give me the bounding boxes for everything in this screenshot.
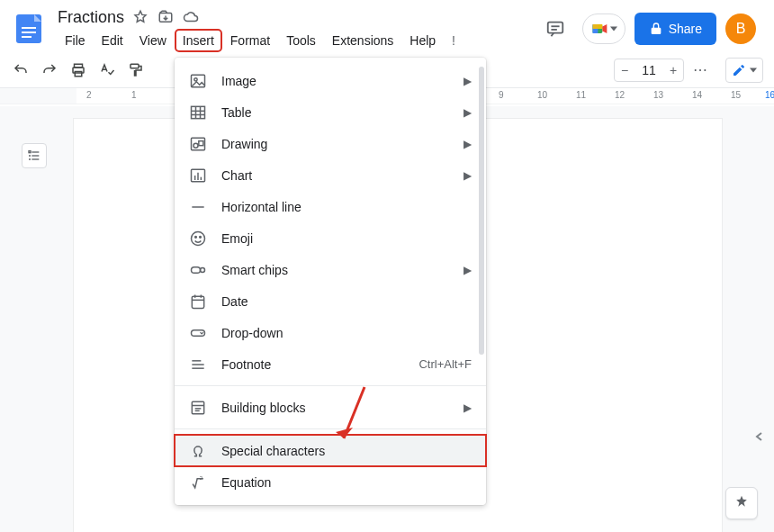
footnote-icon: [189, 356, 207, 374]
svg-rect-10: [592, 24, 602, 29]
title-row: Fractions: [58, 6, 537, 28]
header-right: Share B: [537, 11, 763, 47]
menu-file[interactable]: File: [58, 30, 93, 51]
print-icon[interactable]: [68, 60, 88, 80]
account-avatar[interactable]: B: [725, 14, 756, 44]
menu-separator: [175, 428, 486, 429]
svg-rect-41: [192, 296, 203, 308]
svg-point-36: [192, 231, 205, 245]
svg-rect-39: [192, 266, 201, 273]
menu-help[interactable]: Help: [402, 30, 443, 51]
svg-point-38: [200, 236, 202, 238]
insert-chart[interactable]: Chart ▶: [175, 159, 486, 191]
equation-icon: 2: [189, 473, 207, 491]
menu-tools[interactable]: Tools: [279, 30, 323, 51]
outline-toggle-button[interactable]: [22, 143, 47, 168]
insert-horizontal-line[interactable]: Horizontal line: [175, 191, 486, 222]
drawing-icon: [189, 135, 207, 153]
emoji-icon: [189, 230, 207, 248]
font-size-value[interactable]: 11: [634, 63, 663, 77]
star-icon[interactable]: [131, 8, 149, 26]
submenu-arrow-icon: ▶: [464, 401, 472, 414]
image-icon: [189, 72, 207, 90]
menu-bar: File Edit View Insert Format Tools Exten…: [58, 30, 537, 51]
title-column: Fractions File Edit View Insert Format T…: [58, 6, 537, 51]
svg-rect-23: [192, 106, 205, 118]
date-icon: [189, 293, 207, 311]
document-title[interactable]: Fractions: [58, 8, 124, 27]
comment-history-icon[interactable]: [537, 11, 573, 47]
explore-button[interactable]: [725, 487, 758, 519]
spellcheck-icon[interactable]: [97, 60, 117, 80]
insert-equation[interactable]: 2 Equation: [175, 466, 486, 498]
insert-chart-label: Chart: [221, 168, 449, 183]
font-size-minus[interactable]: −: [615, 63, 634, 77]
submenu-arrow-icon: ▶: [464, 264, 472, 276]
insert-drawing-label: Drawing: [221, 137, 449, 151]
svg-point-29: [194, 143, 198, 148]
move-icon[interactable]: [157, 8, 175, 26]
dropdown-icon: [189, 324, 207, 342]
menu-view[interactable]: View: [132, 30, 174, 51]
insert-dropdown[interactable]: Drop-down: [175, 317, 486, 348]
smart-chips-icon: [189, 261, 207, 279]
menu-format[interactable]: Format: [223, 30, 277, 51]
meet-button[interactable]: [582, 14, 626, 44]
insert-smartchips-label: Smart chips: [221, 263, 449, 277]
horizontal-line-icon: [189, 198, 207, 216]
editing-mode-button[interactable]: [725, 58, 763, 83]
redo-icon[interactable]: [40, 60, 59, 80]
ruler-tick: 12: [615, 90, 625, 100]
insert-date-label: Date: [221, 294, 472, 309]
insert-footnote[interactable]: Footnote Ctrl+Alt+F: [175, 348, 486, 380]
svg-point-37: [195, 236, 197, 238]
menu-extensions[interactable]: Extensions: [325, 30, 400, 51]
ruler-tick: 11: [576, 90, 586, 100]
svg-rect-5: [547, 23, 562, 33]
insert-building-blocks[interactable]: Building blocks ▶: [175, 392, 486, 423]
svg-rect-18: [29, 151, 31, 153]
menu-overflow[interactable]: !: [445, 30, 463, 51]
share-label: Share: [669, 22, 702, 36]
ruler-tick: 15: [731, 90, 741, 100]
font-size-control: − 11 +: [614, 59, 684, 82]
submenu-arrow-icon: ▶: [464, 75, 472, 87]
toolbar-right: − 11 + ⋯: [614, 58, 763, 83]
svg-rect-2: [22, 32, 36, 33]
ruler-tick: 14: [692, 90, 702, 100]
submenu-arrow-icon: ▶: [464, 169, 472, 182]
footnote-shortcut: Ctrl+Alt+F: [418, 357, 472, 371]
ruler-tick: 10: [537, 90, 547, 100]
cloud-status-icon[interactable]: [182, 8, 200, 26]
svg-point-40: [201, 267, 205, 272]
docs-app-icon[interactable]: [11, 11, 47, 47]
insert-emoji[interactable]: Emoji: [175, 222, 486, 254]
menu-edit[interactable]: Edit: [94, 30, 130, 51]
insert-image[interactable]: Image ▶: [175, 65, 486, 96]
insert-emoji-label: Emoji: [221, 231, 472, 246]
svg-rect-49: [192, 401, 203, 413]
omega-icon: [189, 442, 207, 460]
svg-rect-30: [199, 140, 203, 145]
title-bar: Fractions File Edit View Insert Format T…: [0, 0, 774, 52]
ruler-tick: 13: [653, 90, 663, 100]
ruler-tick: 9: [499, 90, 504, 100]
svg-rect-1: [22, 27, 36, 29]
menu-insert[interactable]: Insert: [176, 30, 221, 51]
share-button[interactable]: Share: [634, 13, 716, 45]
submenu-arrow-icon: ▶: [464, 138, 472, 150]
building-blocks-icon: [189, 399, 207, 417]
undo-icon[interactable]: [11, 60, 31, 80]
insert-date[interactable]: Date: [175, 285, 486, 317]
chart-icon: [189, 167, 207, 185]
menu-separator: [175, 385, 486, 386]
more-toolbar-icon[interactable]: ⋯: [691, 60, 711, 80]
side-panel-toggle[interactable]: [751, 428, 769, 446]
insert-table[interactable]: Table ▶: [175, 96, 486, 128]
insert-special-characters[interactable]: Special characters: [175, 435, 486, 466]
font-size-plus[interactable]: +: [663, 63, 683, 77]
insert-drawing[interactable]: Drawing ▶: [175, 128, 486, 159]
insert-smart-chips[interactable]: Smart chips ▶: [175, 254, 486, 285]
paint-format-icon[interactable]: [126, 60, 146, 80]
ruler-tick: 16: [765, 90, 774, 100]
